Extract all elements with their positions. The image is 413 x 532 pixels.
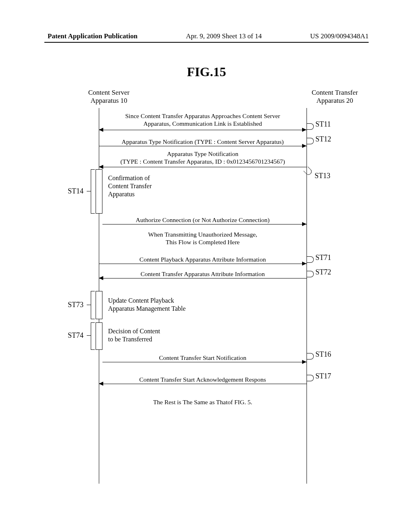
arrow-head-st17 <box>99 382 103 386</box>
arrow-st12 <box>99 146 307 146</box>
label-st71: ST71 <box>315 254 331 262</box>
arrow-st71 <box>99 264 307 264</box>
arrow-head-st13 <box>99 165 103 169</box>
label-st12: ST12 <box>315 135 331 143</box>
label-st16: ST16 <box>315 350 331 359</box>
arrow-head-authorize <box>302 222 307 226</box>
msg-st72: Content Transfer Apparatus Attribute Inf… <box>99 270 307 278</box>
msg-st17: Content Transfer Start Acknowledgement R… <box>99 376 307 383</box>
hook-st11 <box>307 123 314 130</box>
activation-st73 <box>96 291 102 319</box>
bracket-st73 <box>91 291 95 319</box>
msg-st71: Content Playback Apparatus Attribute Inf… <box>99 256 307 263</box>
activation-label-st73: Update Content Playback Apparatus Manage… <box>108 297 186 313</box>
lifeline-label-server: Content Server Apparatus 10 <box>77 89 141 105</box>
header-divider <box>44 42 369 43</box>
header-publication: Patent Application Publication <box>48 32 138 40</box>
msg-st16: Content Transfer Start Notification <box>99 354 307 362</box>
bracket-st14 <box>91 169 95 214</box>
header-date-sheet: Apr. 9, 2009 Sheet 13 of 14 <box>186 32 262 40</box>
hook-st13 <box>303 166 313 176</box>
activation-label-st74: Decision of Content to be Transferred <box>108 327 160 343</box>
label-st72: ST72 <box>315 268 331 276</box>
connector-st14 <box>87 191 91 191</box>
bracket-st74 <box>91 322 95 350</box>
label-st11: ST11 <box>315 120 331 129</box>
note-unauthorized: When Transmitting Unauthorized Message, … <box>99 231 307 246</box>
arrow-head-st16 <box>302 360 307 364</box>
connector-st74 <box>87 335 91 336</box>
arrow-st13 <box>99 167 307 167</box>
page-header: Patent Application Publication Apr. 9, 2… <box>0 32 413 40</box>
figure-title: FIG.15 <box>0 64 413 79</box>
label-st17: ST17 <box>315 372 331 380</box>
arrow-st16 <box>102 362 307 362</box>
label-st14: ST14 <box>68 187 83 195</box>
lifeline-transfer <box>307 108 307 484</box>
arrow-head-st12 <box>302 144 307 148</box>
activation-label-st14: Confirmation of Content Transfer Apparat… <box>108 174 152 198</box>
note-rest: The Rest is The Same as Thatof FIG. 5. <box>99 398 307 406</box>
hook-st16 <box>307 353 314 360</box>
hook-st12 <box>307 138 314 144</box>
arrow-head-st11-l <box>99 128 103 132</box>
label-st13: ST13 <box>315 172 330 180</box>
label-st73: ST73 <box>68 301 83 309</box>
msg-st13: Apparatus Type Notification (TYPE : Cont… <box>99 150 307 166</box>
msg-st12: Apparatus Type Notification (TYPE : Cont… <box>99 138 307 145</box>
lifeline-label-transfer: Content Transfer Apparatus 20 <box>302 89 367 105</box>
arrow-st17 <box>99 384 307 384</box>
arrow-authorize <box>102 224 307 224</box>
hook-st72 <box>307 271 314 277</box>
msg-st11: Since Content Transfer Apparatus Approac… <box>99 112 307 128</box>
hook-st71 <box>307 256 314 263</box>
msg-authorize: Authorize Connection (or Not Authorize C… <box>99 216 307 224</box>
arrow-st72 <box>99 278 307 278</box>
arrow-head-st72 <box>99 276 103 280</box>
activation-st14 <box>96 169 102 214</box>
arrow-head-st11-r <box>302 128 307 132</box>
label-st74: ST74 <box>68 331 83 340</box>
connector-st73 <box>87 305 91 305</box>
hook-st17 <box>307 375 314 381</box>
sequence-diagram: Content Server Apparatus 10 Content Tran… <box>48 89 359 484</box>
arrow-st11 <box>99 130 307 130</box>
header-patent-number: US 2009/0094348A1 <box>310 32 369 40</box>
arrow-head-st71 <box>302 262 307 266</box>
activation-st74 <box>96 322 102 350</box>
